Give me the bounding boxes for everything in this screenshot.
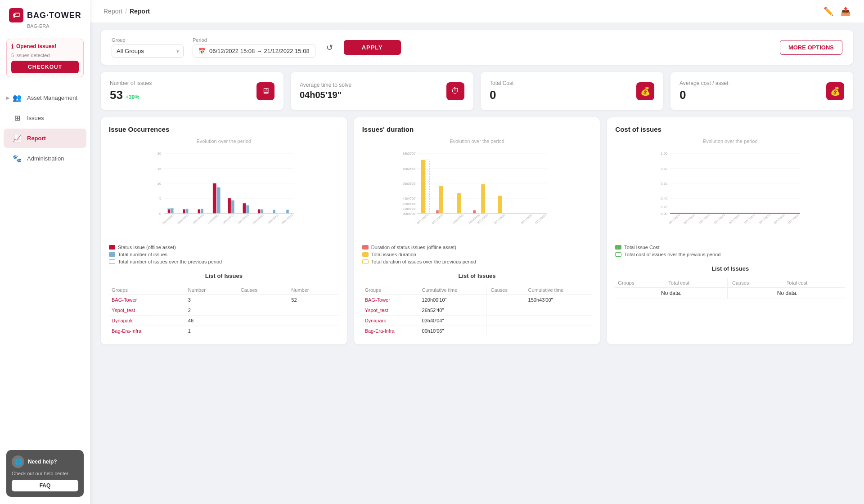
svg-text:55h33'20": 55h33'20" <box>403 182 416 185</box>
reset-button[interactable]: ↺ <box>324 41 335 54</box>
checkout-button[interactable]: CHECKOUT <box>11 61 79 73</box>
occurrences-svg: 20 15 10 5 0 <box>109 148 339 238</box>
svg-rect-57 <box>498 196 502 214</box>
sidebar-item-administration[interactable]: 🐾 Administration <box>4 149 86 168</box>
duration-chart: 83h20'00" 69h26'40" 55h33'20" 41h40'00" … <box>362 148 592 238</box>
col-totalcost2-cost: Total cost <box>784 278 845 288</box>
sidebar: 🏷 BAG·TOWER BAG-ERA ℹ Opened issues! 5 i… <box>0 0 90 504</box>
col-cumtime-dur: Cumulative time <box>419 285 486 295</box>
kpi-label-cost: Total Cost <box>490 80 513 86</box>
svg-text:20: 20 <box>158 152 162 156</box>
svg-text:27h46'40": 27h46'40" <box>403 202 416 205</box>
report-icon: 📈 <box>13 134 22 143</box>
legend-color-total-cost <box>615 245 621 250</box>
kpi-label-issues: Number of issues <box>110 80 152 86</box>
svg-rect-16 <box>198 210 201 214</box>
more-options-button[interactable]: MORE OPTIONS <box>780 40 842 55</box>
col-causes-dur: Causes <box>486 285 525 295</box>
svg-rect-17 <box>201 209 203 213</box>
panel-title-duration: Issues' duration <box>362 125 592 133</box>
col-groups-occ: Groups <box>109 285 185 295</box>
svg-rect-20 <box>228 198 231 213</box>
breadcrumb-parent[interactable]: Report <box>104 8 122 15</box>
kpi-badge-issues: +39% <box>126 94 140 100</box>
svg-rect-56 <box>481 184 485 213</box>
sidebar-item-asset-management[interactable]: ▶ 👥 Asset Management <box>4 88 86 107</box>
svg-text:19/12/2022: 19/12/2022 <box>267 213 279 224</box>
svg-rect-53 <box>439 186 443 213</box>
table-row: BAG-Tower 3 52 <box>109 295 339 305</box>
legend-color-total <box>109 252 115 257</box>
occurrences-table: Groups Number Causes Number BAG-Tower 3 … <box>109 285 339 336</box>
group-name[interactable]: BAG-Tower <box>109 295 185 305</box>
svg-text:41h40'00": 41h40'00" <box>403 197 416 200</box>
svg-rect-21 <box>231 201 234 214</box>
cause-cumtime <box>526 305 592 316</box>
panel-subtitle-cost: Evolution over the period <box>615 138 845 144</box>
table-row: Bag-Era-Infra 00h10'06" <box>362 326 592 336</box>
occurrences-legend: Status issue (offline asset) Total numbe… <box>109 245 339 264</box>
table-row: BAG-Tower 120h00'10" 150h43'00" <box>362 295 592 305</box>
svg-text:19/12/2022: 19/12/2022 <box>758 213 771 224</box>
help-box: 🌐 Need help? Check out our help center F… <box>6 450 84 497</box>
group-cumtime: 03h40'04" <box>419 316 486 326</box>
group-cumtime: 26h52'40" <box>419 305 486 316</box>
legend-color-status <box>109 245 115 250</box>
legend-outline-previous <box>109 259 115 264</box>
header-icons: ✏️ 📤 <box>824 6 850 16</box>
svg-rect-50 <box>421 160 425 214</box>
table-row: Dynapark 46 <box>109 316 339 326</box>
svg-text:16/12/2022: 16/12/2022 <box>237 213 249 224</box>
charts-row: Issue Occurrences Evolution over the per… <box>101 117 853 344</box>
nav-menu: ▶ 👥 Asset Management ⊞ Issues 📈 Report 🐾… <box>0 87 90 446</box>
legend-color-duration-status <box>362 245 369 250</box>
group-name[interactable]: Bag-Era-Infra <box>109 326 185 336</box>
kpi-label-time: Average time to solve <box>300 82 351 88</box>
group-name[interactable]: Dynapark <box>109 316 185 326</box>
alert-box: ℹ Opened issues! 5 issues detected CHECK… <box>6 39 84 77</box>
group-name[interactable]: Yspot_test <box>109 305 185 316</box>
edit-icon[interactable]: ✏️ <box>824 6 833 16</box>
export-icon[interactable]: 📤 <box>841 6 850 16</box>
panel-subtitle-duration: Evolution over the period <box>362 138 592 144</box>
svg-text:5: 5 <box>159 196 161 201</box>
logo-icon: 🏷 <box>9 8 23 22</box>
group-name[interactable]: BAG-Tower <box>362 295 419 305</box>
logo-sub: BAG-ERA <box>27 23 50 29</box>
calendar-icon: 📅 <box>198 48 206 54</box>
cause-name <box>486 326 525 336</box>
cost-chart: 1.00 0.80 0.60 0.40 0.20 0.00 06/12/2022… <box>615 148 845 238</box>
col-number-occ: Number <box>185 285 236 295</box>
kpi-icon-cost: 💰 <box>636 82 654 100</box>
help-sub: Check out our help center <box>12 471 78 476</box>
sidebar-item-issues[interactable]: ⊞ Issues <box>4 108 86 128</box>
legend-item-total: Total number of issues <box>109 252 339 257</box>
faq-button[interactable]: FAQ <box>12 480 78 491</box>
svg-rect-24 <box>258 210 261 214</box>
group-number: 2 <box>185 305 236 316</box>
main-content: Report / Report ✏️ 📤 Group All Groups ▼ … <box>90 0 864 504</box>
panel-title-cost: Cost of issues <box>615 125 845 133</box>
cause-number: 52 <box>288 295 338 305</box>
svg-text:16/12/2022: 16/12/2022 <box>728 213 741 224</box>
cause-name <box>486 305 525 316</box>
svg-text:21/12/2022: 21/12/2022 <box>534 213 547 224</box>
kpi-card-issues: Number of issues 53 +39% 🖥 <box>101 72 284 110</box>
legend-item-status: Status issue (offline asset) <box>109 245 339 250</box>
svg-text:12/12/2022: 12/12/2022 <box>698 213 711 224</box>
period-field[interactable]: 📅 06/12/2022 15:08 → 21/12/2022 15:08 <box>193 45 315 58</box>
issues-icon: ⊞ <box>13 114 22 122</box>
group-select[interactable]: All Groups <box>112 45 184 58</box>
apply-button[interactable]: APPLY <box>344 40 401 55</box>
group-select-wrapper: All Groups ▼ <box>112 45 184 58</box>
svg-text:08/12/2022: 08/12/2022 <box>431 213 444 224</box>
top-header: Report / Report ✏️ 📤 <box>90 0 864 23</box>
sidebar-item-report[interactable]: 📈 Report <box>4 129 86 148</box>
group-name[interactable]: Bag-Era-Infra <box>362 326 419 336</box>
group-name[interactable]: Dynapark <box>362 316 419 326</box>
kpi-value-time: 04h05'19" <box>300 90 351 100</box>
group-name[interactable]: Yspot_test <box>362 305 419 316</box>
svg-text:0.40: 0.40 <box>661 196 668 201</box>
cause-number <box>288 316 338 326</box>
col-totalcost-cost: Total cost <box>666 278 727 288</box>
